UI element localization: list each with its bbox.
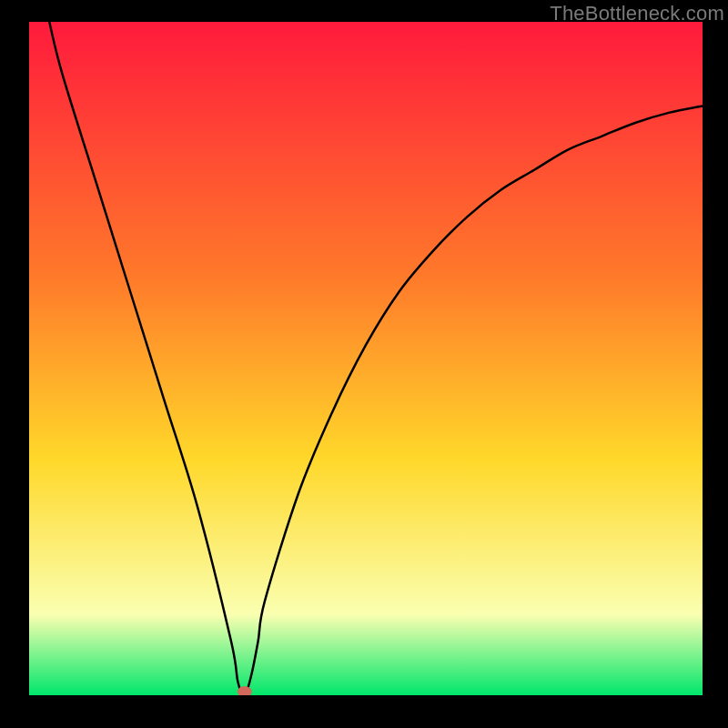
gradient-background [29, 22, 703, 695]
plot-area [29, 22, 703, 695]
attribution-label: TheBottleneck.com [550, 2, 724, 25]
chart-svg [29, 22, 703, 695]
chart-frame [29, 22, 703, 695]
